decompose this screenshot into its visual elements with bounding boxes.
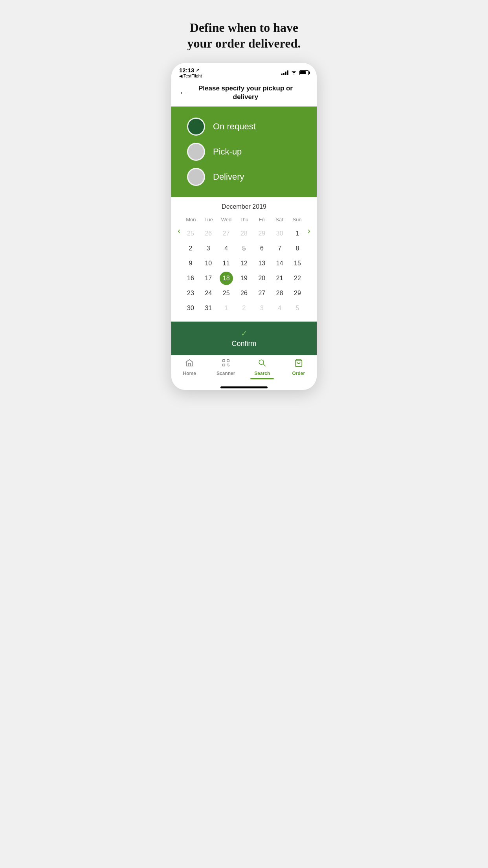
tab-search-label: Search <box>254 371 270 376</box>
nav-title: Please specify your pickup or delivery <box>194 84 309 101</box>
calendar-day[interactable]: 6 <box>255 242 268 255</box>
calendar-day[interactable]: 13 <box>255 257 268 270</box>
svg-line-8 <box>263 364 266 366</box>
day-headers: Mon Tue Wed Thu Fri Sat Sun <box>182 215 306 224</box>
nav-bar: ← Please specify your pickup or delivery <box>171 80 317 107</box>
calendar-day[interactable]: 22 <box>291 272 304 285</box>
calendar-day[interactable]: 17 <box>202 272 215 285</box>
svg-rect-0 <box>223 360 225 362</box>
calendar-prev-button[interactable]: ‹ <box>176 226 182 236</box>
status-right <box>281 70 309 76</box>
calendar-nav: ‹ Mon Tue Wed Thu Fri Sat Sun 2526272829… <box>176 215 312 315</box>
calendar-day[interactable]: 26 <box>237 287 251 300</box>
calendar-day[interactable]: 18 <box>220 272 233 285</box>
option-on-request-label: On request <box>213 121 256 132</box>
calendar-day[interactable]: 29 <box>291 287 304 300</box>
phone-frame: 12:13 ↗ ◀ TestFlight <box>171 63 317 390</box>
calendar-day[interactable]: 4 <box>273 302 286 315</box>
confirm-label: Confirm <box>231 340 256 348</box>
radio-delivery[interactable] <box>187 168 205 186</box>
calendar-day[interactable]: 5 <box>291 302 304 315</box>
calendar-day[interactable]: 1 <box>220 302 233 315</box>
tab-home-label: Home <box>183 371 196 376</box>
order-icon <box>294 359 303 370</box>
calendar-day[interactable]: 30 <box>273 227 286 240</box>
calendar-day[interactable]: 25 <box>220 287 233 300</box>
calendar-day[interactable]: 14 <box>273 257 286 270</box>
tab-scanner-label: Scanner <box>216 371 235 376</box>
status-flight: ◀ TestFlight <box>179 74 202 79</box>
calendar-day[interactable]: 7 <box>273 242 286 255</box>
calendar-section: December 2019 ‹ Mon Tue Wed Thu Fri Sat … <box>171 197 317 322</box>
calendar-day[interactable]: 12 <box>237 257 251 270</box>
calendar-day[interactable]: 4 <box>220 242 233 255</box>
calendar-day[interactable]: 8 <box>291 242 304 255</box>
tab-order[interactable]: Order <box>287 359 310 379</box>
calendar-day[interactable]: 19 <box>237 272 251 285</box>
calendar-day[interactable]: 16 <box>184 272 197 285</box>
tab-order-label: Order <box>292 371 305 376</box>
calendar-day[interactable]: 21 <box>273 272 286 285</box>
calendar-day[interactable]: 23 <box>184 287 197 300</box>
day-header-sat: Sat <box>271 215 288 224</box>
calendar-grid: Mon Tue Wed Thu Fri Sat Sun 252627282930… <box>182 215 306 315</box>
day-header-mon: Mon <box>182 215 200 224</box>
calendar-month-year: December 2019 <box>176 203 312 210</box>
calendar-day[interactable]: 28 <box>273 287 286 300</box>
status-bar: 12:13 ↗ ◀ TestFlight <box>171 63 317 80</box>
home-indicator <box>220 386 268 388</box>
home-bar <box>171 384 317 390</box>
search-icon <box>258 359 266 370</box>
radio-pickup[interactable] <box>187 143 205 161</box>
home-icon <box>185 359 194 370</box>
calendar-day[interactable]: 15 <box>291 257 304 270</box>
calendar-day[interactable]: 31 <box>202 302 215 315</box>
svg-rect-1 <box>227 360 229 362</box>
calendar-day[interactable]: 1 <box>291 227 304 240</box>
option-pickup-label: Pick-up <box>213 147 242 157</box>
options-section: On request Pick-up Delivery <box>171 107 317 197</box>
calendar-day[interactable]: 28 <box>237 227 251 240</box>
calendar-day[interactable]: 3 <box>255 302 268 315</box>
calendar-day[interactable]: 25 <box>184 227 197 240</box>
calendar-day[interactable]: 5 <box>237 242 251 255</box>
tab-search[interactable]: Search <box>250 359 274 379</box>
calendar-day[interactable]: 9 <box>184 257 197 270</box>
calendar-day[interactable]: 20 <box>255 272 268 285</box>
calendar-day[interactable]: 10 <box>202 257 215 270</box>
calendar-day[interactable]: 30 <box>184 302 197 315</box>
radio-on-request[interactable] <box>187 118 205 136</box>
calendar-day[interactable]: 27 <box>255 287 268 300</box>
confirm-button[interactable]: ✓ Confirm <box>171 322 317 355</box>
option-pickup[interactable]: Pick-up <box>187 143 301 161</box>
option-delivery[interactable]: Delivery <box>187 168 301 186</box>
calendar-day[interactable]: 26 <box>202 227 215 240</box>
option-delivery-label: Delivery <box>213 172 244 182</box>
day-header-wed: Wed <box>217 215 235 224</box>
svg-rect-2 <box>223 364 225 366</box>
back-button[interactable]: ← <box>179 88 188 98</box>
day-header-fri: Fri <box>253 215 271 224</box>
tab-scanner[interactable]: Scanner <box>214 359 238 379</box>
day-header-thu: Thu <box>235 215 253 224</box>
battery-icon <box>299 70 309 75</box>
wifi-icon <box>291 70 297 76</box>
scanner-icon <box>222 359 230 370</box>
calendar-next-button[interactable]: › <box>306 226 312 236</box>
tab-bar: Home Scanner <box>171 355 317 384</box>
signal-icon <box>281 70 288 75</box>
status-time: 12:13 ↗ <box>179 67 202 74</box>
option-on-request[interactable]: On request <box>187 118 301 136</box>
calendar-day[interactable]: 11 <box>220 257 233 270</box>
days-grid: 2526272829301234567891011121314151617181… <box>182 226 306 315</box>
calendar-day[interactable]: 29 <box>255 227 268 240</box>
status-left: 12:13 ↗ ◀ TestFlight <box>179 67 202 79</box>
tab-home[interactable]: Home <box>178 359 201 379</box>
calendar-day[interactable]: 2 <box>184 242 197 255</box>
calendar-day[interactable]: 27 <box>220 227 233 240</box>
day-header-tue: Tue <box>200 215 217 224</box>
tab-search-underline <box>250 378 274 379</box>
calendar-day[interactable]: 24 <box>202 287 215 300</box>
calendar-day[interactable]: 2 <box>237 302 251 315</box>
calendar-day[interactable]: 3 <box>202 242 215 255</box>
